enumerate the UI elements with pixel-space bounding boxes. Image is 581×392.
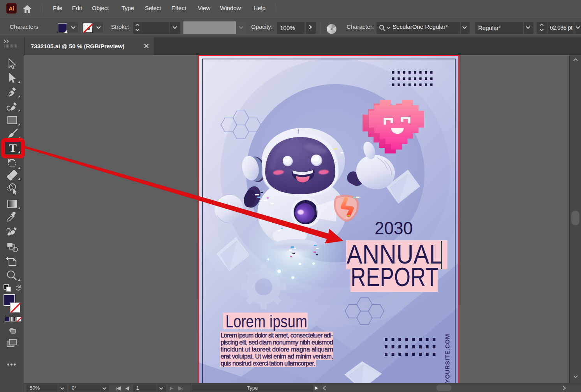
svg-text:erat volutpat. Ut wisi enim ad: erat volutpat. Ut wisi enim ad minim ven… (221, 353, 333, 360)
svg-text:tincidunt ut laoreet dolore ma: tincidunt ut laoreet dolore magna aliqua… (221, 346, 333, 353)
svg-text:Lorem ipsum: Lorem ipsum (225, 311, 307, 331)
svg-text:piscing elit, sed diam nonummy: piscing elit, sed diam nonummy nibh euis… (221, 339, 333, 346)
svg-text:WWW.YOURSITE.COM: WWW.YOURSITE.COM (444, 334, 451, 383)
svg-text:Lorem ipsum dolor sit amet, co: Lorem ipsum dolor sit amet, consectetuer… (221, 332, 333, 339)
svg-text:2030: 2030 (375, 218, 413, 238)
svg-text:REPORT: REPORT (351, 262, 438, 292)
svg-text:quis nostrud exerci tation ull: quis nostrud exerci tation ullamcorper. (221, 360, 315, 367)
